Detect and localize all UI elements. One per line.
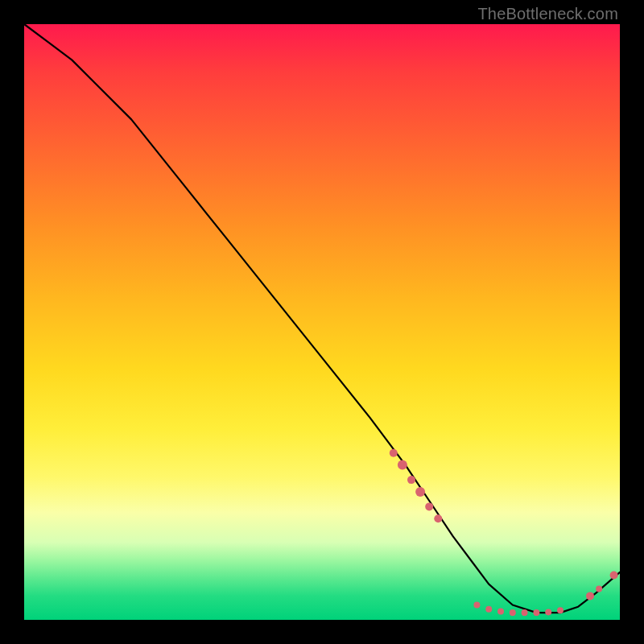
data-marker bbox=[390, 449, 398, 457]
marker-group bbox=[390, 449, 618, 616]
data-marker bbox=[473, 602, 480, 609]
data-marker bbox=[425, 502, 433, 510]
data-marker bbox=[596, 586, 602, 592]
data-marker bbox=[485, 606, 492, 613]
data-marker bbox=[415, 487, 425, 497]
chart-frame: TheBottleneck.com bbox=[0, 0, 644, 644]
data-marker bbox=[610, 572, 618, 580]
data-marker bbox=[407, 476, 415, 484]
data-marker bbox=[510, 609, 516, 616]
data-marker bbox=[497, 609, 504, 615]
data-marker bbox=[522, 609, 528, 616]
watermark-text: TheBottleneck.com bbox=[477, 5, 618, 23]
data-marker bbox=[557, 607, 564, 613]
curve-layer bbox=[24, 24, 620, 620]
data-marker bbox=[545, 609, 551, 615]
plot-area bbox=[24, 24, 620, 620]
bottleneck-curve bbox=[24, 24, 620, 613]
data-marker bbox=[398, 460, 407, 470]
data-marker bbox=[434, 514, 442, 522]
data-marker bbox=[586, 592, 594, 600]
data-marker bbox=[533, 609, 539, 616]
